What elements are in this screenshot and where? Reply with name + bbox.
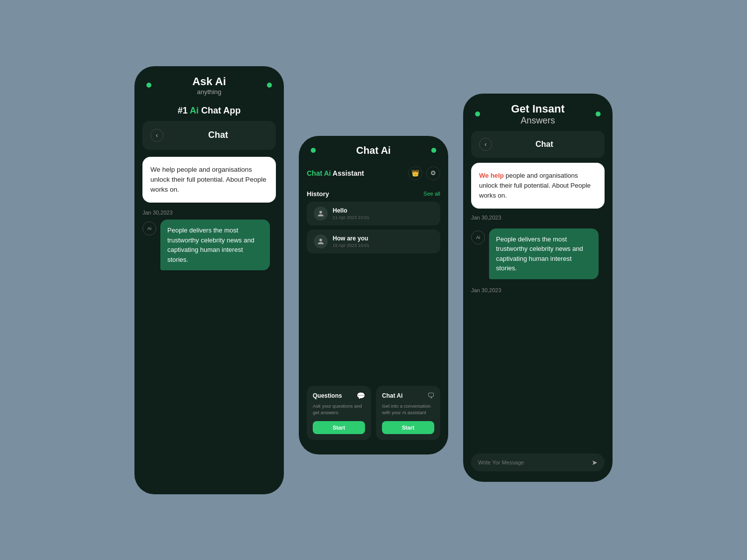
phone-right: Get Insant Answers ‹ Chat We help people… bbox=[463, 94, 613, 482]
send-icon[interactable]: ➤ bbox=[592, 458, 598, 466]
left-chat-bar: ‹ Chat bbox=[142, 121, 276, 150]
left-back-button[interactable]: ‹ bbox=[150, 129, 163, 142]
card-1-desc: Get into a conversation with your Ai ass… bbox=[382, 403, 434, 416]
card-1-title: Chat Ai bbox=[382, 392, 403, 399]
history-header: History See all bbox=[307, 190, 440, 198]
center-dot-2 bbox=[431, 148, 436, 153]
right-subtitle: Answers bbox=[511, 115, 565, 126]
card-1-header: Chat Ai 🗨 bbox=[382, 392, 434, 400]
right-chat-bar: ‹ Chat bbox=[471, 131, 605, 158]
center-app-title: Chat Ai bbox=[356, 145, 390, 156]
history-title: History bbox=[307, 190, 329, 198]
center-dot-1 bbox=[311, 148, 316, 153]
right-chat-title: Chat bbox=[492, 140, 597, 149]
history-date-1: 15 Apr 2023 10:01 bbox=[333, 243, 370, 248]
center-top-bar: Chat Ai bbox=[299, 136, 448, 161]
right-ai-avatar: Ai bbox=[471, 230, 485, 244]
history-avatar-0 bbox=[314, 207, 328, 221]
left-top-bar: Ask Ai anything bbox=[134, 66, 284, 101]
question-icon: 💬 bbox=[357, 392, 365, 400]
left-tagline: #1 Ai Chat App bbox=[134, 101, 284, 121]
settings-icon[interactable]: ⚙ bbox=[426, 166, 440, 180]
left-header-title: Ask Ai anything bbox=[192, 75, 226, 96]
right-dot-2 bbox=[596, 112, 601, 116]
right-date1: Jan 30,2023 bbox=[471, 215, 605, 221]
tagline-prefix: #1 bbox=[178, 106, 190, 115]
history-text-1: How are you 15 Apr 2023 10:01 bbox=[333, 235, 370, 248]
assistant-icons: 👑 ⚙ bbox=[408, 166, 440, 180]
right-ai-bubble: People delivers the most trustworthy cel… bbox=[489, 228, 599, 279]
chat-icon: 🗨 bbox=[427, 392, 434, 400]
history-title-0: Hello bbox=[333, 207, 370, 214]
history-item-1[interactable]: How are you 15 Apr 2023 10:01 bbox=[307, 229, 440, 253]
left-ai-message: Ai People delivers the most trustworthy … bbox=[142, 220, 276, 270]
tagline-suffix: Chat App bbox=[199, 106, 241, 115]
left-ai-bubble: People delivers the most trustworthy cel… bbox=[160, 220, 270, 270]
card-0-desc: Ask your questions and get answers bbox=[313, 403, 365, 416]
card-0-title: Questions bbox=[313, 392, 342, 399]
assistant-label: Chat Ai Assistant bbox=[307, 169, 364, 177]
phone-left: Ask Ai anything #1 Ai Chat App ‹ Chat We… bbox=[134, 66, 284, 494]
right-header: Get Insant Answers bbox=[511, 103, 565, 126]
see-all-link[interactable]: See all bbox=[423, 191, 440, 197]
right-white-card: We help people and organisations unlock … bbox=[471, 163, 605, 209]
left-title: Ask Ai bbox=[192, 75, 226, 88]
left-white-card: We help people and organisations unlock … bbox=[142, 157, 276, 203]
card-0-start-button[interactable]: Start bbox=[313, 421, 365, 434]
left-date: Jan 30,2023 bbox=[142, 210, 276, 216]
left-chat-title: Chat bbox=[168, 130, 268, 140]
message-input[interactable] bbox=[478, 459, 588, 465]
right-title: Get Insant bbox=[511, 103, 565, 115]
bottom-cards: Questions 💬 Ask your questions and get a… bbox=[299, 381, 448, 445]
right-top-bar: Get Insant Answers bbox=[463, 94, 613, 131]
center-inner: Chat Ai Assistant 👑 ⚙ History See all bbox=[299, 161, 448, 445]
right-input-bar[interactable]: ➤ bbox=[471, 453, 605, 471]
left-subtitle: anything bbox=[192, 88, 226, 96]
center-title-p2: Ai bbox=[381, 145, 391, 156]
tagline-highlight: Ai bbox=[190, 106, 199, 115]
history-text-0: Hello 11 Apr 2023 10:01 bbox=[333, 207, 370, 220]
right-back-button[interactable]: ‹ bbox=[479, 138, 492, 151]
card-0-header: Questions 💬 bbox=[313, 392, 365, 400]
bottom-card-1: Chat Ai 🗨 Get into a conversation with y… bbox=[376, 386, 440, 440]
asst-p2: Ai bbox=[324, 169, 331, 177]
asst-p3: Assistant bbox=[331, 169, 364, 177]
right-ai-message: Ai People delivers the most trustworthy … bbox=[471, 228, 605, 279]
left-ai-avatar: Ai bbox=[142, 222, 156, 235]
history-avatar-1 bbox=[314, 234, 328, 248]
right-date2: Jan 30,2023 bbox=[471, 287, 605, 293]
assistant-bar: Chat Ai Assistant 👑 ⚙ bbox=[299, 161, 448, 185]
history-item-0[interactable]: Hello 11 Apr 2023 10:01 bbox=[307, 202, 440, 225]
crown-icon[interactable]: 👑 bbox=[408, 166, 422, 180]
phones-container: Ask Ai anything #1 Ai Chat App ‹ Chat We… bbox=[0, 0, 747, 560]
asst-p1: Chat bbox=[307, 169, 324, 177]
right-dot-1 bbox=[475, 112, 480, 116]
center-spacer bbox=[299, 262, 448, 381]
history-title-1: How are you bbox=[333, 235, 370, 242]
right-spacer bbox=[463, 297, 613, 453]
history-section: History See all Hello 11 Apr 2023 10:01 bbox=[299, 185, 448, 262]
right-inner: ‹ Chat We help people and organisations … bbox=[463, 131, 613, 479]
left-dot-2 bbox=[267, 83, 272, 88]
bottom-card-0: Questions 💬 Ask your questions and get a… bbox=[307, 386, 371, 440]
phone-center: Chat Ai Chat Ai Assistant 👑 ⚙ History Se… bbox=[299, 136, 448, 454]
center-title-p1: Chat bbox=[356, 145, 380, 156]
card-1-start-button[interactable]: Start bbox=[382, 421, 434, 434]
history-date-0: 11 Apr 2023 10:01 bbox=[333, 215, 370, 220]
left-dot-1 bbox=[146, 83, 151, 88]
we-help-highlight: We help bbox=[479, 172, 504, 179]
